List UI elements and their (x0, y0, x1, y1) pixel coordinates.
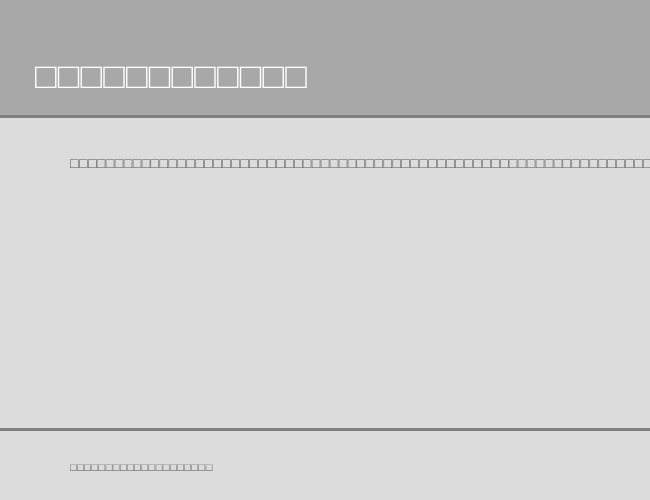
header-banner: □□□□□□□□□□□□ (0, 0, 650, 118)
footer-area: □□□□□□□□□□□□□□□□□□□□ (0, 428, 650, 500)
page-title: □□□□□□□□□□□□ (35, 55, 650, 97)
footer-text: □□□□□□□□□□□□□□□□□□□□ (70, 461, 650, 473)
content-area: □□□□□□□□□□□□□□□□□□□□□□□□□□□□□□□□□□□□□□□□… (0, 118, 650, 428)
body-text: □□□□□□□□□□□□□□□□□□□□□□□□□□□□□□□□□□□□□□□□… (70, 153, 580, 174)
